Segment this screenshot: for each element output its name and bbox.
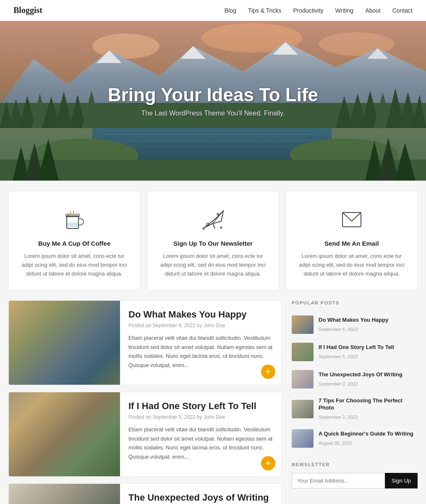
- post-meta-1: Posted on September 5, 2022 by John Doe: [128, 414, 273, 420]
- popular-post-info-2: The Unexpected Joys Of WritingSeptember …: [319, 371, 402, 387]
- popular-post-item-1[interactable]: If I Had One Story Left To TellSeptember…: [292, 339, 418, 366]
- content-area: Do What Makes You HappyPosted on Septemb…: [8, 300, 418, 504]
- svg-rect-42: [68, 223, 78, 227]
- post-title-1[interactable]: If I Had One Story Left To Tell: [128, 401, 273, 412]
- popular-post-thumb-2: [292, 370, 314, 388]
- coffee-icon: [19, 205, 130, 234]
- feature-text-0: Lorem ipsum dolor sit amet, cons ecte tu…: [19, 252, 130, 278]
- popular-post-date-2: September 3, 2022: [319, 381, 358, 386]
- post-excerpt-0: Etiam placerat velit vitae dui blandit s…: [128, 333, 273, 370]
- popular-posts-list: Do What Makes You HappySeptember 6, 2022…: [292, 311, 418, 452]
- feature-title-1: Sign Up To Our Newsletter: [157, 240, 268, 247]
- newsletter-signup-button[interactable]: Sign Up: [385, 473, 418, 488]
- post-image-0: [9, 301, 120, 385]
- popular-post-thumb-1: [292, 343, 314, 361]
- feature-text-1: Lorem ipsum dolor sit amet, cons ecte tu…: [157, 252, 268, 278]
- post-image-1: [9, 392, 120, 476]
- blog-posts: Do What Makes You HappyPosted on Septemb…: [8, 300, 282, 504]
- hero-subtitle: The Last WordPress Theme You'll Need. Fi…: [108, 110, 318, 117]
- popular-posts-section: POPULAR POSTS Do What Makes You HappySep…: [292, 300, 418, 452]
- popular-post-date-4: August 30, 2022: [319, 441, 352, 446]
- hero-content: Bring Your Ideas To Life The Last WordPr…: [108, 84, 318, 117]
- newsletter-email-input[interactable]: [292, 473, 385, 488]
- sidebar: POPULAR POSTS Do What Makes You HappySep…: [292, 300, 418, 504]
- newsletter-form: Sign Up: [292, 473, 418, 488]
- popular-post-date-3: September 2, 2022: [319, 415, 358, 420]
- post-more-button-0[interactable]: +: [261, 365, 275, 379]
- navbar: Bloggist BlogTips & TricksProductivityWr…: [0, 0, 426, 21]
- post-body-1: If I Had One Story Left To TellPosted on…: [120, 392, 281, 476]
- feature-title-0: Buy Me A Cup Of Coffee: [19, 240, 130, 247]
- hero-section: Bring Your Ideas To Life The Last WordPr…: [0, 21, 426, 181]
- post-excerpt-1: Etiam placerat velit vitae dui blandit s…: [128, 425, 273, 461]
- popular-post-thumb-0: [292, 315, 314, 334]
- site-logo[interactable]: Bloggist: [13, 5, 42, 15]
- newsletter-title: NEWSLETTER: [292, 462, 418, 467]
- nav-link-productivity[interactable]: Productivity: [293, 7, 323, 14]
- nav-link-tips-&-tricks[interactable]: Tips & Tricks: [248, 7, 282, 14]
- post-title-2[interactable]: The Unexpected Joys of Writing: [128, 492, 273, 503]
- popular-posts-title: POPULAR POSTS: [292, 300, 418, 305]
- popular-post-title-2[interactable]: The Unexpected Joys Of Writing: [319, 371, 402, 378]
- send-icon: [157, 205, 268, 234]
- popular-post-date-1: September 5, 2022: [319, 354, 358, 359]
- email-icon: [296, 205, 407, 234]
- popular-post-info-0: Do What Makes You HappySeptember 6, 2022: [319, 317, 388, 333]
- popular-post-title-3[interactable]: 7 Tips For Choosing The Perfect Photo: [319, 397, 418, 412]
- feature-title-2: Send Me An Email: [296, 240, 407, 247]
- post-card-1: If I Had One Story Left To TellPosted on…: [8, 392, 282, 477]
- nav-links: BlogTips & TricksProductivityWritingAbou…: [225, 7, 413, 14]
- post-body-0: Do What Makes You HappyPosted on Septemb…: [120, 301, 281, 385]
- feature-text-2: Lorem ipsum dolor sit amet, cons ecte tu…: [296, 252, 407, 278]
- svg-line-40: [70, 211, 71, 213]
- post-card-0: Do What Makes You HappyPosted on Septemb…: [8, 300, 282, 385]
- popular-post-item-0[interactable]: Do What Makes You HappySeptember 6, 2022: [292, 311, 418, 339]
- svg-point-50: [220, 227, 222, 228]
- popular-post-info-1: If I Had One Story Left To TellSeptember…: [319, 344, 394, 360]
- popular-post-item-3[interactable]: 7 Tips For Choosing The Perfect PhotoSep…: [292, 393, 418, 425]
- hero-title: Bring Your Ideas To Life: [108, 84, 318, 105]
- popular-post-item-4[interactable]: A Quick Beginner's Guide To WritingAugus…: [292, 425, 418, 452]
- popular-post-title-4[interactable]: A Quick Beginner's Guide To Writing: [319, 430, 413, 438]
- post-image-2: [9, 484, 120, 504]
- nav-link-writing[interactable]: Writing: [335, 7, 353, 14]
- newsletter-section: NEWSLETTER Sign Up: [292, 462, 418, 488]
- popular-post-thumb-4: [292, 429, 314, 448]
- nav-link-contact[interactable]: Contact: [392, 7, 413, 14]
- svg-line-45: [213, 223, 215, 228]
- svg-point-48: [217, 213, 219, 215]
- feature-cards: Buy Me A Cup Of CoffeeLorem ipsum dolor …: [8, 191, 418, 290]
- post-meta-0: Posted on September 6, 2022 by John Doe: [128, 323, 273, 328]
- feature-card-1: Sign Up To Our NewsletterLorem ipsum dol…: [147, 191, 279, 290]
- svg-point-49: [203, 228, 204, 229]
- popular-post-title-1[interactable]: If I Had One Story Left To Tell: [319, 344, 394, 351]
- svg-point-1: [92, 34, 159, 59]
- popular-post-info-4: A Quick Beginner's Guide To WritingAugus…: [319, 430, 413, 446]
- popular-post-item-2[interactable]: The Unexpected Joys Of WritingSeptember …: [292, 366, 418, 393]
- post-card-2: The Unexpected Joys of Writing: [8, 483, 282, 504]
- popular-post-title-0[interactable]: Do What Makes You Happy: [319, 317, 388, 324]
- post-body-2: The Unexpected Joys of Writing: [120, 484, 281, 504]
- svg-rect-31: [0, 160, 426, 181]
- feature-card-0: Buy Me A Cup Of CoffeeLorem ipsum dolor …: [8, 191, 140, 290]
- nav-link-about[interactable]: About: [365, 7, 381, 14]
- post-title-0[interactable]: Do What Makes You Happy: [128, 309, 273, 320]
- popular-post-info-3: 7 Tips For Choosing The Perfect PhotoSep…: [319, 397, 418, 420]
- popular-post-date-0: September 6, 2022: [319, 327, 358, 332]
- popular-post-thumb-3: [292, 400, 314, 418]
- post-more-button-1[interactable]: +: [261, 456, 275, 470]
- feature-card-2: Send Me An EmailLorem ipsum dolor sit am…: [286, 191, 418, 290]
- nav-link-blog[interactable]: Blog: [225, 7, 236, 14]
